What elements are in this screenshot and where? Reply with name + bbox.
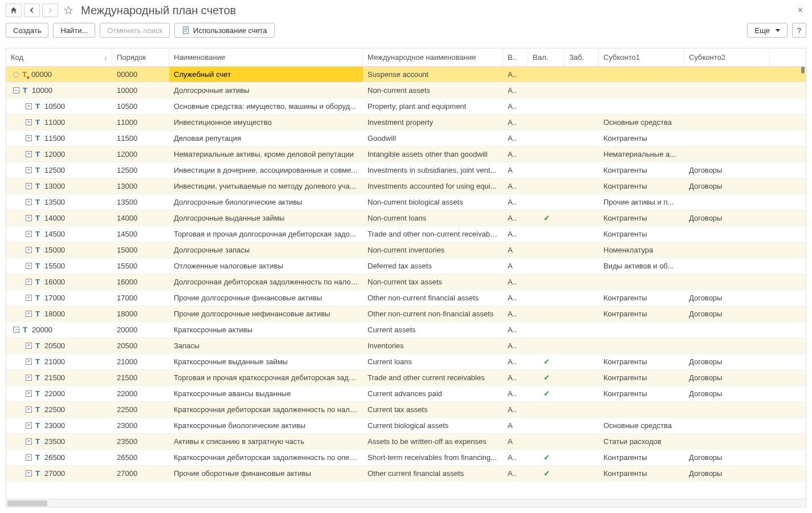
- table-row[interactable]: +T1800018000Прочие долгосрочные нефинанс…: [6, 306, 806, 322]
- document-icon: [182, 26, 190, 34]
- expand-icon[interactable]: +: [26, 135, 32, 141]
- hscroll-thumb[interactable]: [7, 500, 47, 506]
- table-row[interactable]: +T2350023500Активы к списанию в затратну…: [6, 434, 806, 450]
- help-button[interactable]: ?: [792, 23, 806, 38]
- cell-code: 18000: [44, 310, 65, 318]
- expand-icon[interactable]: +: [26, 438, 32, 445]
- cell-v: А..: [503, 115, 528, 130]
- expand-icon[interactable]: +: [26, 311, 32, 317]
- table-row[interactable]: +T1700017000Прочие долгосрочные финансов…: [6, 290, 806, 306]
- expand-icon[interactable]: +: [26, 390, 32, 397]
- expand-icon[interactable]: +: [26, 199, 32, 205]
- cell-v: А..: [503, 210, 528, 226]
- cell-name: Запасы: [169, 338, 363, 353]
- cell-val: ✓: [528, 466, 565, 481]
- expand-icon[interactable]: +: [26, 151, 32, 157]
- back-button[interactable]: [24, 3, 40, 17]
- expand-icon[interactable]: +: [26, 103, 32, 109]
- cell-name: Долгосрочные выданные займы: [169, 210, 363, 226]
- col-sub1[interactable]: Субконто1: [599, 48, 684, 66]
- cell-sub1: Контрагенты: [599, 226, 684, 242]
- table-row[interactable]: +T2250022500Краткосрочная дебиторская за…: [6, 402, 806, 418]
- col-zab[interactable]: Заб.: [565, 48, 599, 66]
- cell-zab: [565, 434, 599, 449]
- expand-icon[interactable]: +: [26, 263, 32, 269]
- table-row[interactable]: +T2150021500Торговая и прочая краткосроч…: [6, 370, 806, 386]
- table-row[interactable]: +T2100021000Краткосрочные выданные займы…: [6, 354, 806, 370]
- expand-icon[interactable]: +: [26, 343, 32, 349]
- cell-sub2: [684, 131, 770, 146]
- col-intl[interactable]: Международное наименование: [363, 48, 503, 66]
- cell-sub2: [684, 226, 770, 242]
- cell-zab: [565, 338, 599, 353]
- expand-icon[interactable]: +: [26, 454, 32, 461]
- cell-sub2: [684, 418, 770, 433]
- table-row[interactable]: +T2700027000Прочие оборотные финансовые …: [6, 466, 806, 482]
- cell-order: 13500: [112, 194, 169, 210]
- col-code[interactable]: Код↓: [6, 48, 112, 66]
- expand-icon[interactable]: +: [26, 231, 32, 237]
- table-row[interactable]: +T2200022000Краткосрочные авансы выданны…: [6, 386, 806, 402]
- col-val[interactable]: Вал.: [528, 48, 565, 66]
- cell-v: А..: [503, 131, 528, 146]
- table-row[interactable]: –T1000010000Долгосрочные активыNon-curre…: [6, 83, 806, 99]
- expand-icon[interactable]: +: [26, 167, 32, 173]
- expand-icon[interactable]: +: [26, 295, 32, 301]
- collapse-icon[interactable]: –: [13, 327, 19, 333]
- cell-sub2: Договоры: [684, 162, 770, 178]
- expand-icon[interactable]: +: [26, 279, 32, 285]
- cell-code: 23000: [44, 421, 65, 430]
- expand-icon[interactable]: +: [26, 406, 32, 413]
- collapse-icon[interactable]: –: [13, 87, 19, 93]
- account-type-icon: T: [35, 341, 40, 350]
- table-row[interactable]: +T1050010500Основные средства: имущество…: [6, 99, 806, 115]
- expand-icon[interactable]: +: [26, 359, 32, 365]
- table-row[interactable]: +T1350013500Долгосрочные биологические а…: [6, 194, 806, 210]
- table-row[interactable]: T0000000000Служебный счетSuspense accoun…: [6, 67, 806, 83]
- find-button[interactable]: Найти...: [53, 23, 95, 38]
- expand-icon[interactable]: +: [26, 119, 32, 125]
- table-row[interactable]: +T1250012500Инвестиции в дочерние, ассоц…: [6, 162, 806, 178]
- table-row[interactable]: +T2650026500Краткосрочная дебиторская за…: [6, 450, 806, 466]
- cell-sub1: Контрагенты: [599, 131, 684, 146]
- col-order[interactable]: Порядок: [112, 48, 169, 66]
- table-row[interactable]: +T1400014000Долгосрочные выданные займыN…: [6, 210, 806, 226]
- expand-icon[interactable]: +: [26, 374, 32, 381]
- table-row[interactable]: +T1450014500Торговая и прочая долгосрочн…: [6, 226, 806, 242]
- favorite-button[interactable]: [60, 3, 76, 17]
- close-button[interactable]: ×: [794, 5, 806, 15]
- table-row[interactable]: +T1100011000Инвестиционное имуществоInve…: [6, 115, 806, 131]
- vertical-scrollbar[interactable]: [801, 67, 805, 499]
- cell-zab: [565, 274, 599, 290]
- table-row[interactable]: +T1550015500Отложенные налоговые активыD…: [6, 258, 806, 274]
- col-name[interactable]: Наименование: [169, 48, 363, 66]
- table-row[interactable]: +T2300023000Краткосрочные биологические …: [6, 418, 806, 434]
- expand-icon[interactable]: +: [26, 470, 32, 477]
- table-row[interactable]: +T2050020500ЗапасыInventoriesА..: [6, 338, 806, 354]
- table-row[interactable]: –T2000020000Краткосрочные активыCurrent …: [6, 322, 806, 338]
- home-button[interactable]: [6, 3, 22, 17]
- col-sub2[interactable]: Субконто2: [684, 48, 770, 66]
- expand-icon[interactable]: +: [26, 247, 32, 253]
- horizontal-scrollbar[interactable]: [6, 499, 806, 507]
- more-button[interactable]: Еще: [747, 23, 787, 38]
- table-row[interactable]: +T1300013000Инвестиции, учитываемые по м…: [6, 178, 806, 194]
- cancel-search-button[interactable]: Отменить поиск: [100, 23, 170, 38]
- cell-code: 00000: [31, 70, 52, 79]
- create-button[interactable]: Создать: [6, 23, 48, 38]
- forward-button[interactable]: [42, 3, 58, 17]
- cell-val: [528, 418, 565, 433]
- table-row[interactable]: +T1150011500Деловая репутацияGoodwillА..…: [6, 131, 806, 146]
- expand-icon[interactable]: +: [26, 422, 32, 429]
- table-row[interactable]: +T1600016000Долгосрочная дебиторская зад…: [6, 274, 806, 290]
- col-v[interactable]: В..: [503, 48, 528, 66]
- grid-body[interactable]: T0000000000Служебный счетSuspense accoun…: [6, 67, 806, 499]
- vscroll-thumb[interactable]: [801, 67, 805, 74]
- expand-icon[interactable]: +: [26, 183, 32, 189]
- table-row[interactable]: +T1200012000Нематериальные активы, кроме…: [6, 146, 806, 162]
- cell-sub2: Договоры: [684, 450, 770, 465]
- table-row[interactable]: +T1500015000Долгосрочные запасыNon-curre…: [6, 242, 806, 258]
- expand-icon[interactable]: +: [26, 215, 32, 221]
- cell-code: 17000: [44, 294, 65, 302]
- account-usage-button[interactable]: Использование счета: [174, 23, 274, 38]
